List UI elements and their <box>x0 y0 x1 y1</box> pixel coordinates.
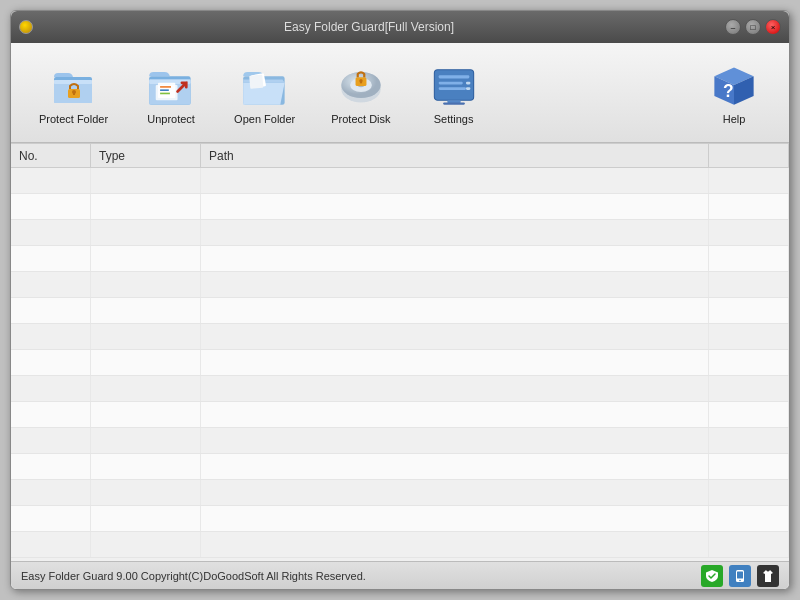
svg-rect-31 <box>466 87 470 90</box>
help-label: Help <box>723 113 746 125</box>
open-folder-icon <box>241 61 289 109</box>
protect-folder-label: Protect Folder <box>39 113 108 125</box>
svg-rect-12 <box>160 89 169 91</box>
svg-rect-5 <box>73 92 75 95</box>
svg-rect-16 <box>249 74 263 88</box>
settings-icon <box>430 61 478 109</box>
table-row <box>11 350 789 376</box>
col-type: Type <box>91 144 201 167</box>
svg-rect-33 <box>443 102 465 104</box>
cell-path <box>201 168 709 193</box>
table-row <box>11 220 789 246</box>
settings-button[interactable]: Settings <box>409 50 499 136</box>
table-row <box>11 376 789 402</box>
cell-extra <box>709 168 789 193</box>
table-row <box>11 428 789 454</box>
protect-disk-button[interactable]: Protect Disk <box>313 50 408 136</box>
col-path: Path <box>201 144 709 167</box>
svg-rect-24 <box>360 80 362 83</box>
table-container: No. Type Path <box>11 143 789 561</box>
svg-rect-13 <box>160 92 170 94</box>
protect-folder-icon <box>50 61 98 109</box>
status-text: Easy Folder Guard 9.00 Copyright(C)DoGoo… <box>21 570 366 582</box>
status-bar: Easy Folder Guard 9.00 Copyright(C)DoGoo… <box>11 561 789 589</box>
settings-label: Settings <box>434 113 474 125</box>
open-folder-label: Open Folder <box>234 113 295 125</box>
phone-status-icon[interactable] <box>729 565 751 587</box>
table-row <box>11 272 789 298</box>
window-title: Easy Folder Guard[Full Version] <box>13 20 725 34</box>
unprotect-label: Unprotect <box>147 113 195 125</box>
table-row <box>11 454 789 480</box>
title-bar: Easy Folder Guard[Full Version] – □ × <box>11 11 789 43</box>
table-row <box>11 168 789 194</box>
help-button[interactable]: ? Help <box>689 50 779 136</box>
col-no: No. <box>11 144 91 167</box>
svg-rect-25 <box>434 69 473 100</box>
cell-type <box>91 168 201 193</box>
shield-status-icon[interactable] <box>701 565 723 587</box>
table-header: No. Type Path <box>11 144 789 168</box>
maximize-button[interactable]: □ <box>745 19 761 35</box>
table-row <box>11 506 789 532</box>
svg-rect-11 <box>160 86 171 88</box>
col-extra <box>709 144 789 167</box>
table-row <box>11 480 789 506</box>
unprotect-icon <box>147 61 195 109</box>
table-row <box>11 324 789 350</box>
title-controls: – □ × <box>725 19 781 35</box>
svg-rect-30 <box>466 81 470 84</box>
help-icon: ? <box>710 61 758 109</box>
status-icons <box>701 565 779 587</box>
cell-no <box>11 168 91 193</box>
table-row <box>11 298 789 324</box>
svg-rect-29 <box>438 87 465 90</box>
svg-text:?: ? <box>723 81 734 101</box>
svg-point-40 <box>739 579 741 581</box>
protect-disk-label: Protect Disk <box>331 113 390 125</box>
unprotect-button[interactable]: Unprotect <box>126 50 216 136</box>
table-row <box>11 532 789 558</box>
table-row <box>11 194 789 220</box>
shirt-status-icon[interactable] <box>757 565 779 587</box>
svg-rect-27 <box>438 75 469 78</box>
table-body <box>11 168 789 561</box>
protect-folder-button[interactable]: Protect Folder <box>21 50 126 136</box>
svg-rect-39 <box>737 571 743 578</box>
toolbar: Protect Folder <box>11 43 789 143</box>
open-folder-button[interactable]: Open Folder <box>216 50 313 136</box>
minimize-button[interactable]: – <box>725 19 741 35</box>
table-row <box>11 246 789 272</box>
table-row <box>11 402 789 428</box>
main-window: Easy Folder Guard[Full Version] – □ × <box>10 10 790 590</box>
close-button[interactable]: × <box>765 19 781 35</box>
svg-rect-28 <box>438 81 462 84</box>
protect-disk-icon <box>337 61 385 109</box>
